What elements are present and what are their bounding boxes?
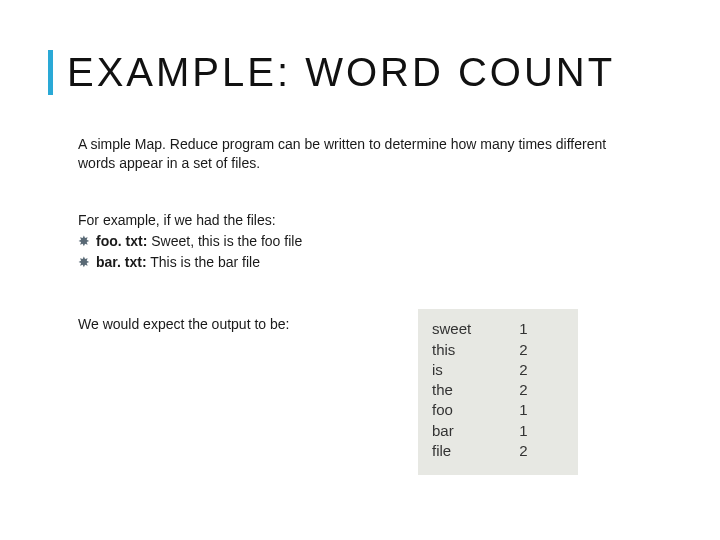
example-block: For example, if we had the files: ✸ foo.… bbox=[78, 211, 672, 272]
table-row: sweet 1 bbox=[432, 319, 528, 339]
word-cell: file bbox=[432, 441, 519, 461]
table-row: the 2 bbox=[432, 380, 528, 400]
count-cell: 2 bbox=[519, 360, 527, 380]
word-cell: sweet bbox=[432, 319, 519, 339]
table-row: is 2 bbox=[432, 360, 528, 380]
count-cell: 1 bbox=[519, 319, 527, 339]
count-cell: 2 bbox=[519, 380, 527, 400]
file-name: foo. txt: bbox=[96, 233, 147, 249]
count-cell: 2 bbox=[519, 340, 527, 360]
lower-block: We would expect the output to be: sweet … bbox=[78, 309, 672, 475]
count-cell: 2 bbox=[519, 441, 527, 461]
word-cell: foo bbox=[432, 400, 519, 420]
word-count-table-box: sweet 1 this 2 is 2 the bbox=[418, 309, 578, 475]
word-count-table: sweet 1 this 2 is 2 the bbox=[432, 319, 528, 461]
slide-title: EXAMPLE: WORD COUNT bbox=[67, 50, 615, 95]
slide-content: A simple Map. Reduce program can be writ… bbox=[48, 135, 672, 475]
file-row: ✸ bar. txt: This is the bar file bbox=[78, 253, 672, 272]
intro-paragraph: A simple Map. Reduce program can be writ… bbox=[78, 135, 638, 173]
file-entry: bar. txt: This is the bar file bbox=[96, 253, 260, 272]
word-cell: is bbox=[432, 360, 519, 380]
table-row: bar 1 bbox=[432, 421, 528, 441]
file-content: This is the bar file bbox=[150, 254, 260, 270]
word-cell: this bbox=[432, 340, 519, 360]
table-row: file 2 bbox=[432, 441, 528, 461]
file-content: Sweet, this is the foo file bbox=[151, 233, 302, 249]
bullet-icon: ✸ bbox=[78, 233, 90, 250]
table-row: foo 1 bbox=[432, 400, 528, 420]
slide: EXAMPLE: WORD COUNT A simple Map. Reduce… bbox=[0, 0, 720, 495]
bullet-icon: ✸ bbox=[78, 254, 90, 271]
table-row: this 2 bbox=[432, 340, 528, 360]
expect-text: We would expect the output to be: bbox=[78, 309, 418, 334]
file-name: bar. txt: bbox=[96, 254, 147, 270]
title-accent-bar bbox=[48, 50, 53, 95]
count-cell: 1 bbox=[519, 421, 527, 441]
file-entry: foo. txt: Sweet, this is the foo file bbox=[96, 232, 302, 251]
count-cell: 1 bbox=[519, 400, 527, 420]
file-row: ✸ foo. txt: Sweet, this is the foo file bbox=[78, 232, 672, 251]
word-cell: bar bbox=[432, 421, 519, 441]
word-cell: the bbox=[432, 380, 519, 400]
title-wrap: EXAMPLE: WORD COUNT bbox=[48, 50, 672, 95]
example-lead: For example, if we had the files: bbox=[78, 211, 672, 230]
